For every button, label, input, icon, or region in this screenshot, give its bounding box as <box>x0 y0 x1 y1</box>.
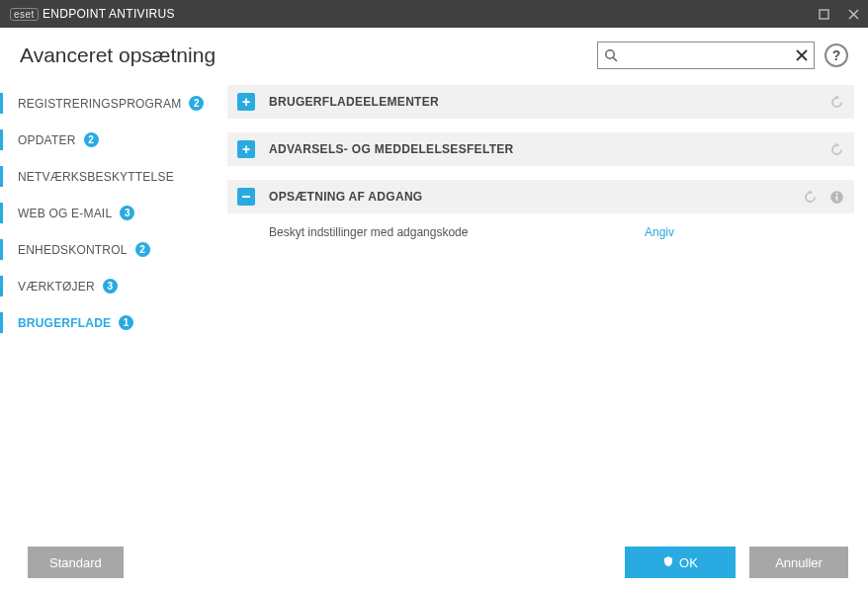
search-icon <box>604 48 618 62</box>
sidebar-item-tools[interactable]: VÆRKTØJER 3 <box>0 268 216 304</box>
main-panel: + BRUGERFLADEELEMENTER + ADVARSELS- OG M… <box>216 77 868 528</box>
sidebar-item-label: ENHEDSKONTROL <box>18 243 128 257</box>
sidebar-item-device-control[interactable]: ENHEDSKONTROL 2 <box>0 231 216 268</box>
svg-rect-7 <box>242 196 250 198</box>
help-button[interactable]: ? <box>825 43 848 67</box>
sidebar-item-network[interactable]: NETVÆRKSBESKYTTELSE <box>0 158 216 195</box>
window-controls <box>809 0 868 28</box>
reset-icon[interactable] <box>803 190 818 205</box>
collapse-icon[interactable] <box>237 188 255 206</box>
close-icon[interactable] <box>838 0 868 28</box>
titlebar: eset ENDPOINT ANTIVIRUS <box>0 0 868 28</box>
svg-line-4 <box>613 57 617 61</box>
search-box[interactable] <box>597 42 815 69</box>
sidebar-badge: 1 <box>119 315 133 330</box>
sidebar-item-label: NETVÆRKSBESKYTTELSE <box>18 170 174 184</box>
sidebar-item-registration[interactable]: REGISTRERINGSPROGRAM 2 <box>0 85 216 122</box>
header-row: Avanceret opsætning ? <box>0 28 868 77</box>
active-bar-icon <box>0 312 3 333</box>
setting-row-password-protect: Beskyt indstillinger med adgangskode Ang… <box>227 213 854 251</box>
body-area: REGISTRERINGSPROGRAM 2 OPDATER 2 NETVÆRK… <box>0 77 868 528</box>
active-bar-icon <box>0 276 3 296</box>
active-bar-icon <box>0 129 3 150</box>
svg-rect-0 <box>820 10 828 19</box>
svg-rect-10 <box>836 193 838 195</box>
sidebar-badge: 2 <box>135 242 150 257</box>
sidebar-item-web-email[interactable]: WEB OG E-MAIL 3 <box>0 195 216 231</box>
sidebar-item-update[interactable]: OPDATER 2 <box>0 122 216 158</box>
search-input[interactable] <box>618 48 796 63</box>
active-bar-icon <box>0 166 3 187</box>
default-button[interactable]: Standard <box>28 547 124 578</box>
reset-icon[interactable] <box>829 95 844 110</box>
sidebar-badge: 3 <box>103 279 118 294</box>
section-title: OPSÆTNING AF ADGANG <box>269 190 422 204</box>
sidebar-item-label: BRUGERFLADE <box>18 316 111 330</box>
ok-button[interactable]: OK <box>625 547 736 578</box>
brand-logo: eset <box>10 8 39 21</box>
info-icon[interactable] <box>829 190 844 205</box>
expand-icon[interactable]: + <box>237 93 255 111</box>
cancel-button[interactable]: Annuller <box>749 547 848 578</box>
section-ui-elements[interactable]: + BRUGERFLADEELEMENTER <box>227 85 854 119</box>
maximize-icon[interactable] <box>809 0 838 28</box>
sidebar-item-label: OPDATER <box>18 133 76 147</box>
svg-point-3 <box>606 50 614 58</box>
page-title: Avanceret opsætning <box>20 43 216 67</box>
app-brand: eset ENDPOINT ANTIVIRUS <box>10 7 175 21</box>
section-title: ADVARSELS- OG MEDDELELSESFELTER <box>269 142 514 156</box>
active-bar-icon <box>0 93 3 114</box>
active-bar-icon <box>0 203 3 223</box>
active-bar-icon <box>0 239 3 260</box>
sidebar-item-label: REGISTRERINGSPROGRAM <box>18 97 181 111</box>
sidebar-badge: 3 <box>120 206 134 220</box>
clear-icon[interactable] <box>796 49 808 61</box>
section-alerts[interactable]: + ADVARSELS- OG MEDDELELSESFELTER <box>227 132 854 166</box>
ok-label: OK <box>679 555 698 570</box>
sidebar-badge: 2 <box>189 96 204 111</box>
reset-icon[interactable] <box>829 142 844 157</box>
sidebar-item-label: VÆRKTØJER <box>18 280 95 294</box>
footer: Standard OK Annuller <box>0 534 868 591</box>
sidebar: REGISTRERINGSPROGRAM 2 OPDATER 2 NETVÆRK… <box>0 77 216 528</box>
setting-label: Beskyt indstillinger med adgangskode <box>269 225 645 239</box>
sidebar-badge: 2 <box>84 132 99 147</box>
section-access-setup[interactable]: OPSÆTNING AF ADGANG <box>227 180 854 213</box>
shield-icon <box>662 555 674 570</box>
section-title: BRUGERFLADEELEMENTER <box>269 95 439 109</box>
setting-action-link[interactable]: Angiv <box>645 225 674 239</box>
sidebar-item-ui[interactable]: BRUGERFLADE 1 <box>0 304 216 341</box>
sidebar-item-label: WEB OG E-MAIL <box>18 207 112 220</box>
brand-name: ENDPOINT ANTIVIRUS <box>43 7 175 21</box>
svg-rect-9 <box>836 196 838 201</box>
expand-icon[interactable]: + <box>237 140 255 158</box>
